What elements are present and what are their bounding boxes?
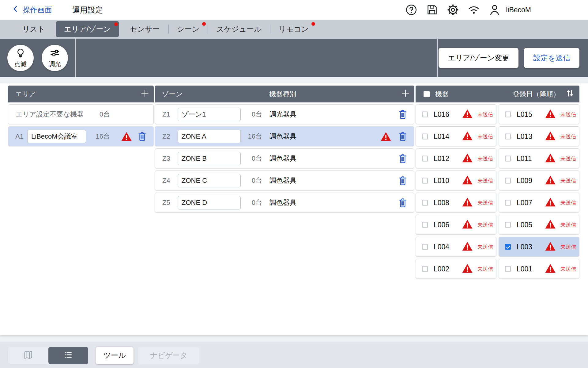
device-checkbox[interactable] <box>422 266 428 272</box>
back-label: 操作画面 <box>23 5 52 15</box>
add-zone-button[interactable] <box>401 89 410 100</box>
area-row-a1[interactable]: A1 16台 <box>8 126 154 146</box>
zone-name-input[interactable] <box>178 174 241 187</box>
device-checkbox[interactable] <box>422 244 428 250</box>
save-icon[interactable] <box>426 3 439 16</box>
device-checkbox[interactable] <box>505 200 511 205</box>
warning-icon <box>545 197 556 208</box>
device-row[interactable]: L013 未送信 <box>499 126 579 146</box>
toolbar-divider <box>437 39 438 77</box>
device-label: L004 <box>434 243 449 251</box>
device-row[interactable]: L008 未送信 <box>416 193 496 213</box>
device-checkbox[interactable] <box>505 266 511 272</box>
tab-area-zone[interactable]: エリア/ゾーン <box>56 21 119 37</box>
device-label: L011 <box>517 154 532 163</box>
tab-schedule[interactable]: スケジュール <box>208 20 270 39</box>
blink-button[interactable]: 点滅 <box>7 45 34 71</box>
device-status: 未送信 <box>477 133 493 140</box>
device-row[interactable]: L003 未送信 <box>499 237 579 257</box>
device-checkbox[interactable] <box>422 111 428 117</box>
gear-icon[interactable] <box>447 3 459 16</box>
bottom-bar: ツール ナビゲータ <box>0 343 588 368</box>
area-row-unassigned[interactable]: エリア設定不要な機器 0台 <box>8 104 154 124</box>
device-label: L008 <box>434 198 449 207</box>
tab-sensor[interactable]: センサー <box>122 20 168 39</box>
area-name-input[interactable] <box>27 130 86 143</box>
warning-icon <box>121 132 132 141</box>
trash-icon[interactable] <box>398 175 407 186</box>
zone-row[interactable]: Z5 0台 調色器具 <box>155 193 414 213</box>
device-row[interactable]: L007 未送信 <box>499 193 579 213</box>
account-icon[interactable] <box>488 3 501 16</box>
back-button[interactable]: 操作画面 <box>12 4 52 15</box>
zone-row[interactable]: Z2 16台 調色器具 <box>155 126 414 146</box>
trash-icon[interactable] <box>398 153 407 164</box>
device-checkbox[interactable] <box>505 155 511 161</box>
device-checkbox[interactable] <box>505 178 511 183</box>
navigator-button[interactable]: ナビゲータ <box>138 347 199 364</box>
toolbar: 点滅 調光 エリア/ゾーン変更 設定を送信 <box>0 39 588 77</box>
device-row[interactable]: L001 未送信 <box>499 259 579 279</box>
wifi-icon[interactable] <box>467 3 480 16</box>
device-checkbox[interactable] <box>505 222 511 228</box>
device-label: L002 <box>434 265 449 273</box>
help-icon[interactable] <box>405 3 418 16</box>
device-row[interactable]: L011 未送信 <box>499 148 579 168</box>
device-checkbox[interactable] <box>505 133 511 139</box>
tab-scene[interactable]: シーン <box>169 20 208 39</box>
content-area: エリア エリア設定不要な機器 0台 A1 16台 ゾーン 機器種別 <box>0 83 588 335</box>
warning-icon <box>462 153 473 164</box>
device-row[interactable]: L006 未送信 <box>416 215 496 235</box>
zone-row[interactable]: Z1 0台 調光器具 <box>155 104 414 124</box>
zone-row[interactable]: Z3 0台 調色器具 <box>155 148 414 168</box>
list-view-button[interactable] <box>48 347 88 364</box>
device-status: 未送信 <box>477 265 493 272</box>
select-all-checkbox[interactable] <box>424 91 430 97</box>
zone-count: 16台 <box>241 132 262 141</box>
send-settings-button[interactable]: 設定を送信 <box>524 48 579 68</box>
trash-icon[interactable] <box>398 109 407 120</box>
zone-count: 0台 <box>241 198 262 207</box>
trash-icon[interactable] <box>398 131 407 142</box>
device-row[interactable]: L004 未送信 <box>416 237 496 257</box>
zone-name-input[interactable] <box>178 152 241 165</box>
zone-name-input[interactable] <box>178 108 241 121</box>
device-checkbox[interactable] <box>422 200 428 205</box>
device-row[interactable]: L009 未送信 <box>499 171 579 190</box>
device-row[interactable]: L002 未送信 <box>416 259 496 279</box>
zone-name-input[interactable] <box>178 130 241 143</box>
device-row[interactable]: L010 未送信 <box>416 171 496 190</box>
device-checkbox[interactable] <box>422 133 428 139</box>
change-area-zone-button[interactable]: エリア/ゾーン変更 <box>439 48 518 68</box>
device-checkbox[interactable] <box>505 244 511 250</box>
device-status: 未送信 <box>560 243 576 250</box>
device-checkbox[interactable] <box>422 178 428 183</box>
device-row[interactable]: L014 未送信 <box>416 126 496 146</box>
warning-icon <box>545 219 556 230</box>
zone-id: Z1 <box>162 110 170 118</box>
device-checkbox[interactable] <box>422 155 428 161</box>
trash-icon[interactable] <box>138 131 147 142</box>
zone-name-input[interactable] <box>178 196 241 209</box>
tab-remote[interactable]: リモコン <box>270 20 317 39</box>
device-row[interactable]: L012 未送信 <box>416 148 496 168</box>
device-row[interactable]: L016 未送信 <box>416 104 496 124</box>
device-row[interactable]: L005 未送信 <box>499 215 579 235</box>
device-checkbox[interactable] <box>422 222 428 228</box>
area-name: エリア設定不要な機器 <box>16 110 84 119</box>
zone-panel-header: ゾーン 機器種別 <box>155 86 414 102</box>
zone-type: 調色器具 <box>270 132 296 141</box>
zone-type: 調光器具 <box>270 110 296 119</box>
add-area-button[interactable] <box>140 89 149 100</box>
dim-button[interactable]: 調光 <box>42 45 68 71</box>
trash-icon[interactable] <box>398 197 407 208</box>
map-view-button[interactable] <box>8 347 48 364</box>
zone-row[interactable]: Z4 0台 調色器具 <box>155 171 414 190</box>
zone-count: 0台 <box>241 154 262 163</box>
tools-button[interactable]: ツール <box>96 347 134 364</box>
device-row[interactable]: L015 未送信 <box>499 104 579 124</box>
tab-list[interactable]: リスト <box>14 20 53 39</box>
sort-icon[interactable] <box>565 88 575 100</box>
warning-icon <box>462 175 473 186</box>
device-checkbox[interactable] <box>505 111 511 117</box>
